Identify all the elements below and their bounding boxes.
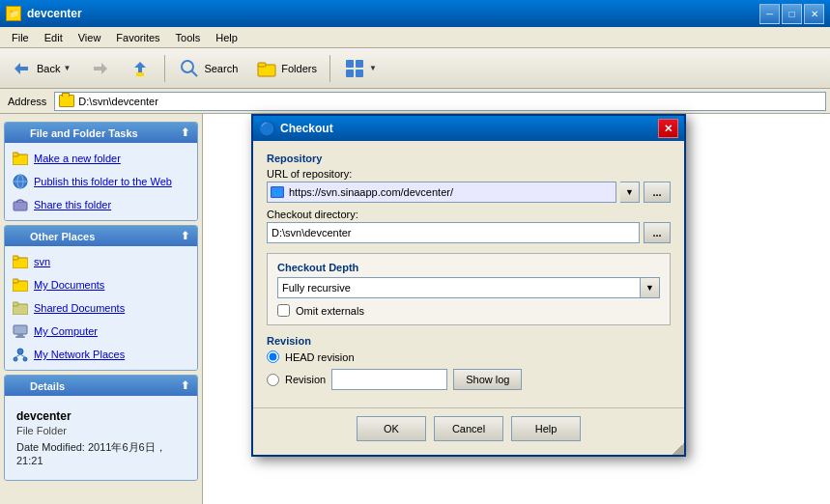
svg-marker-1 — [94, 63, 107, 74]
url-label: URL of repository: — [267, 168, 671, 180]
forward-button[interactable] — [81, 53, 118, 84]
folder-icon-1 — [13, 151, 28, 166]
checkout-dir-browse-btn[interactable]: ... — [644, 222, 671, 243]
my-computer-link[interactable]: My Computer — [9, 322, 193, 341]
other-places-section: Other Places ⬆ svn My Documents — [4, 225, 198, 371]
cancel-button[interactable]: Cancel — [434, 416, 503, 441]
svg-rect-9 — [356, 60, 363, 68]
address-label: Address — [4, 96, 50, 107]
url-dropdown-btn[interactable]: ▼ — [620, 182, 640, 203]
menu-edit[interactable]: Edit — [37, 30, 71, 45]
my-documents-label: My Documents — [34, 279, 104, 291]
checkout-dir-input[interactable] — [267, 222, 640, 243]
url-input[interactable] — [267, 182, 616, 203]
show-log-button[interactable]: Show log — [453, 369, 522, 390]
svg-point-29 — [23, 357, 27, 361]
svn-folder-icon — [13, 254, 28, 269]
file-folder-tasks-label: File and Folder Tasks — [30, 127, 138, 139]
share-folder-link[interactable]: Share this folder — [9, 195, 193, 214]
head-revision-radio[interactable] — [267, 350, 279, 363]
menu-file[interactable]: File — [4, 30, 37, 45]
svg-line-5 — [191, 70, 197, 76]
url-icon: 🌐 — [271, 186, 284, 198]
collapse-icon: ⬆ — [181, 126, 189, 139]
main-content: File and Folder Tasks ⬆ Make a new folde… — [0, 114, 830, 504]
svg-marker-0 — [14, 63, 28, 74]
publish-folder-link[interactable]: Publish this folder to the Web — [9, 172, 193, 191]
menu-favorites[interactable]: Favorites — [108, 30, 167, 45]
file-folder-tasks-section: File and Folder Tasks ⬆ Make a new folde… — [4, 122, 198, 221]
url-input-wrapper: 🌐 — [267, 182, 616, 203]
url-browse-btn[interactable]: ... — [644, 182, 671, 203]
shared-documents-link[interactable]: Shared Documents — [9, 298, 193, 318]
date-label: Date Modified: — [16, 441, 85, 453]
checkout-dialog: 🔵 Checkout ✕ Repository URL of repositor… — [251, 114, 686, 457]
dialog-close-button[interactable]: ✕ — [658, 119, 678, 138]
other-places-label: Other Places — [30, 231, 95, 242]
search-label: Search — [204, 63, 238, 74]
help-button[interactable]: Help — [511, 416, 581, 441]
share-folder-label: Share this folder — [34, 199, 111, 210]
toolbar: Back ▼ Search — [0, 48, 830, 89]
window-controls: ─ □ ✕ — [759, 4, 824, 24]
my-network-link[interactable]: My Network Places — [9, 345, 193, 364]
details-label: Details — [30, 380, 65, 392]
repository-section: Repository URL of repository: 🌐 ▼ ... Ch… — [267, 153, 671, 243]
views-icon — [343, 57, 366, 80]
search-icon — [178, 57, 201, 80]
svg-rect-7 — [258, 63, 266, 67]
revision-radio[interactable] — [267, 374, 279, 386]
my-computer-label: My Computer — [34, 325, 98, 337]
svn-link[interactable]: svn — [9, 252, 193, 271]
address-folder-icon — [59, 95, 74, 107]
dialog-body: Repository URL of repository: 🌐 ▼ ... Ch… — [253, 141, 684, 407]
my-network-label: My Network Places — [34, 349, 125, 360]
depth-select[interactable]: Fully recursiveImmediate childrenOnly th… — [277, 277, 641, 298]
forward-icon — [88, 57, 111, 80]
omit-externals-label: Omit externals — [296, 305, 364, 317]
revision-input[interactable] — [331, 369, 447, 390]
svg-rect-23 — [13, 302, 18, 306]
depth-dropdown-btn[interactable]: ▼ — [641, 277, 660, 298]
menu-view[interactable]: View — [71, 30, 109, 45]
omit-externals-checkbox[interactable] — [277, 304, 290, 317]
file-folder-tasks-header[interactable]: File and Folder Tasks ⬆ — [5, 123, 197, 143]
address-input[interactable]: D:\svn\devcenter — [54, 92, 826, 111]
back-button[interactable]: Back ▼ — [4, 53, 77, 84]
maximize-button[interactable]: □ — [782, 4, 802, 24]
dialog-resize-handle[interactable] — [673, 443, 684, 455]
svn-label: svn — [34, 256, 50, 267]
globe-icon — [13, 174, 28, 189]
title-bar: 📁 devcenter ─ □ ✕ — [0, 0, 830, 27]
my-documents-link[interactable]: My Documents — [9, 275, 193, 294]
revision-label: Revision — [267, 335, 671, 347]
close-button[interactable]: ✕ — [804, 4, 824, 24]
shared-docs-icon — [13, 300, 28, 316]
make-new-folder-label: Make a new folder — [34, 153, 121, 164]
details-info: devcenter File Folder Date Modified: 201… — [9, 402, 193, 474]
menu-bar: File Edit View Favorites Tools Help — [0, 27, 830, 48]
details-header[interactable]: Details ⬆ — [5, 376, 197, 396]
revision-row: Revision Show log — [267, 369, 671, 390]
folders-button[interactable]: Folders — [248, 53, 324, 84]
views-button[interactable]: ▼ — [336, 53, 384, 84]
dialog-footer: OK Cancel Help — [253, 407, 684, 455]
minimize-button[interactable]: ─ — [759, 4, 780, 24]
window-title: devcenter — [27, 7, 82, 20]
views-dropdown[interactable]: ▼ — [369, 64, 377, 72]
make-new-folder-link[interactable]: Make a new folder — [9, 149, 193, 168]
detail-date: Date Modified: 2011年6月6日，21:21 — [16, 440, 186, 466]
detail-name: devcenter — [16, 409, 186, 423]
up-button[interactable] — [122, 53, 158, 84]
back-dropdown-icon[interactable]: ▼ — [63, 64, 71, 72]
checkout-depth-section: Checkout Depth Fully recursiveImmediate … — [267, 253, 671, 325]
search-button[interactable]: Search — [171, 53, 244, 84]
other-places-header[interactable]: Other Places ⬆ — [5, 226, 197, 246]
menu-tools[interactable]: Tools — [168, 30, 209, 45]
publish-folder-label: Publish this folder to the Web — [34, 176, 172, 187]
menu-help[interactable]: Help — [208, 30, 245, 45]
dialog-title: Checkout — [280, 122, 333, 135]
checkout-dir-field-row: ... — [267, 222, 671, 243]
ok-button[interactable]: OK — [357, 416, 426, 441]
details-section: Details ⬆ devcenter File Folder Date Mod… — [4, 375, 198, 481]
